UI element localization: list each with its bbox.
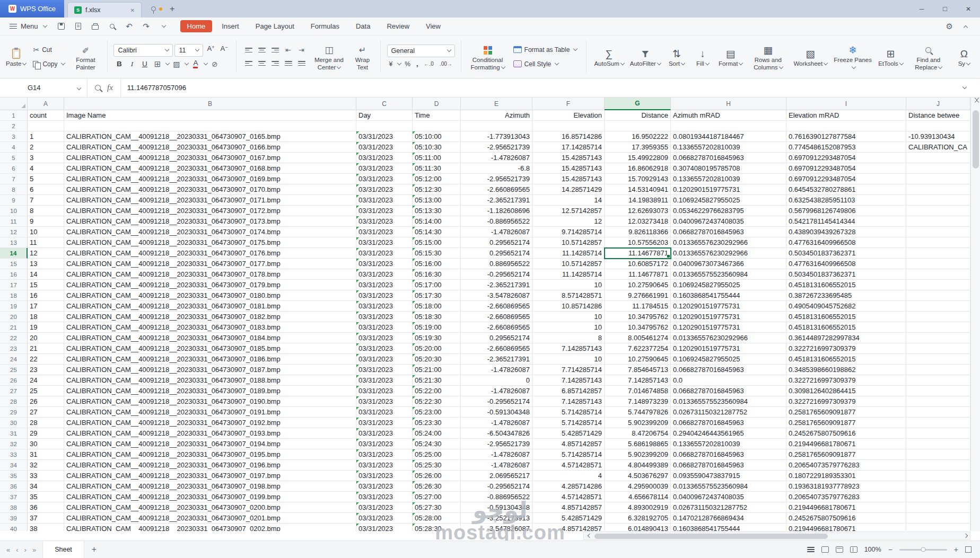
cell-F13[interactable]: 10.57142857 xyxy=(532,237,605,248)
cell-H10[interactable]: 0.05346229766283795 xyxy=(671,206,786,216)
cell-H7[interactable]: 0.1336557202810039 xyxy=(671,174,786,184)
cell-H25[interactable]: 0.06682787016845963 xyxy=(671,365,786,375)
cell-G11[interactable]: 12.03273418 xyxy=(605,216,671,227)
cell-F12[interactable]: 9.714285714 xyxy=(532,227,605,237)
cell-F15[interactable]: 10.57142857 xyxy=(532,259,605,269)
cell-C3[interactable]: 03/31/2023 xyxy=(356,131,413,142)
cell-A34[interactable]: 32 xyxy=(28,460,64,471)
cell-F3[interactable]: 16.85714286 xyxy=(532,131,605,142)
cell-J10[interactable] xyxy=(906,206,970,216)
cell-I17[interactable]: 0.4518131606552015 xyxy=(786,280,906,290)
cell-D9[interactable]: 05:13:00 xyxy=(413,195,461,206)
cell-E19[interactable]: -2.660869565 xyxy=(461,301,532,312)
cell-I9[interactable]: 0.6325438285951103 xyxy=(786,195,906,206)
cell-F11[interactable]: 12 xyxy=(532,216,605,227)
zoom-slider-thumb[interactable] xyxy=(921,547,925,552)
row-header-27[interactable]: 27 xyxy=(0,386,28,396)
row-header-4[interactable]: 4 xyxy=(0,142,28,153)
cell-C23[interactable]: 03/31/2023 xyxy=(356,343,413,354)
cell-G16[interactable]: 11.14677871 xyxy=(605,269,671,280)
add-sheet-button[interactable] xyxy=(84,545,104,554)
cell-C38[interactable]: 03/31/2023 xyxy=(356,502,413,513)
cell-B10[interactable]: CALIBRATION_CAM__40091218__20230331_0647… xyxy=(64,206,356,216)
row-header-26[interactable]: 26 xyxy=(0,375,28,386)
cell-C22[interactable]: 03/31/2023 xyxy=(356,333,413,343)
cell-J37[interactable] xyxy=(906,492,970,502)
cell-A13[interactable]: 11 xyxy=(28,237,64,248)
cell-B3[interactable]: CALIBRATION_CAM__40091218__20230331_0647… xyxy=(64,131,356,142)
page-break-view-button[interactable] xyxy=(850,546,858,553)
cell-D15[interactable]: 05:16:00 xyxy=(413,259,461,269)
cell-A9[interactable]: 7 xyxy=(28,195,64,206)
cell-C16[interactable]: 03/31/2023 xyxy=(356,269,413,280)
cell-B29[interactable]: CALIBRATION_CAM__40091218__20230331_0647… xyxy=(64,407,356,418)
format-painter-button[interactable]: Format Painter xyxy=(70,41,101,72)
row-header-6[interactable]: 6 xyxy=(0,163,28,174)
fullscreen-icon[interactable] xyxy=(965,546,972,553)
cell-J3[interactable]: -10.939130434 xyxy=(906,131,970,142)
cell-I35[interactable]: 0.1807229189353301 xyxy=(786,471,906,481)
autofilter-button[interactable]: AutoFilter xyxy=(628,45,662,69)
cell-D31[interactable]: 05:24:00 xyxy=(413,428,461,439)
cell-I38[interactable]: 0.2194496681780671 xyxy=(786,502,906,513)
cell-I14[interactable]: 0.5034501837362371 xyxy=(786,248,906,259)
cell-D10[interactable]: 05:13:30 xyxy=(413,206,461,216)
cell-F18[interactable]: 8.571428571 xyxy=(532,290,605,301)
cell-H38[interactable]: 0.026731150321287752 xyxy=(671,502,786,513)
cell-G28[interactable]: 7.148973239 xyxy=(605,396,671,407)
sheet-tab[interactable]: Sheet xyxy=(42,541,84,558)
cell-D33[interactable]: 05:25:00 xyxy=(413,449,461,460)
cell-I8[interactable]: 0.6454532780278861 xyxy=(786,184,906,195)
statusbar-menu-icon[interactable] xyxy=(807,547,815,552)
cell-B24[interactable]: CALIBRATION_CAM__40091218__20230331_0647… xyxy=(64,354,356,365)
cell-D16[interactable]: 05:16:30 xyxy=(413,269,461,280)
cell-F37[interactable]: 4.571428571 xyxy=(532,492,605,502)
cell-F17[interactable]: 10 xyxy=(532,280,605,290)
page-layout-view-button[interactable] xyxy=(836,546,843,553)
cell-I7[interactable]: 0.6970912293487054 xyxy=(786,174,906,184)
cell-B5[interactable]: CALIBRATION_CAM__40091218__20230331_0647… xyxy=(64,153,356,163)
cell-E1[interactable]: Azimuth xyxy=(461,110,532,121)
cell-I20[interactable]: 0.4518131606552015 xyxy=(786,312,906,322)
cell-J16[interactable] xyxy=(906,269,970,280)
row-header-38[interactable]: 38 xyxy=(0,502,28,513)
cell-I3[interactable]: 0.7616390127877584 xyxy=(786,131,906,142)
cell-J21[interactable] xyxy=(906,322,970,333)
cell-J33[interactable] xyxy=(906,449,970,460)
cell-J31[interactable] xyxy=(906,428,970,439)
cell-F4[interactable]: 17.14285714 xyxy=(532,142,605,153)
fill-color-button[interactable] xyxy=(171,58,182,70)
cell-J26[interactable] xyxy=(906,375,970,386)
collapse-formula-bar-icon[interactable] xyxy=(962,84,967,88)
normal-view-button[interactable] xyxy=(821,546,829,553)
cell-H2[interactable] xyxy=(671,121,786,131)
cell-G30[interactable]: 5.902399209 xyxy=(605,418,671,428)
row-header-13[interactable]: 13 xyxy=(0,237,28,248)
cell-C27[interactable]: 03/31/2023 xyxy=(356,386,413,396)
format-button[interactable]: ▤Format xyxy=(717,45,744,69)
cell-A10[interactable]: 8 xyxy=(28,206,64,216)
cell-H40[interactable]: 0.1603868541755444 xyxy=(671,524,786,531)
cell-D37[interactable]: 05:27:00 xyxy=(413,492,461,502)
cell-I30[interactable]: 0.2581765609091877 xyxy=(786,418,906,428)
row-header-24[interactable]: 24 xyxy=(0,354,28,365)
pin-icon[interactable] xyxy=(151,6,156,11)
cell-A27[interactable]: 25 xyxy=(28,386,64,396)
currency-button[interactable] xyxy=(387,59,395,69)
cell-J34[interactable] xyxy=(906,460,970,471)
collapse-ribbon-icon[interactable] xyxy=(964,25,968,29)
horizontal-scrollbar[interactable] xyxy=(583,532,970,540)
cell-C32[interactable]: 03/31/2023 xyxy=(356,439,413,449)
cell-E38[interactable]: -0.591304348 xyxy=(461,502,532,513)
cell-B19[interactable]: CALIBRATION_CAM__40091218__20230331_0647… xyxy=(64,301,356,312)
freeze-panes-button[interactable]: ❄Freeze Panes xyxy=(832,41,874,72)
clear-format-button[interactable] xyxy=(209,58,220,70)
cell-F22[interactable]: 8 xyxy=(532,333,605,343)
cell-H8[interactable]: 0.1202901519775731 xyxy=(671,184,786,195)
cell-G5[interactable]: 15.49922809 xyxy=(605,153,671,163)
cell-E30[interactable]: -1.47826087 xyxy=(461,418,532,428)
cell-I32[interactable]: 0.2194496681780671 xyxy=(786,439,906,449)
cell-G37[interactable]: 4.656678114 xyxy=(605,492,671,502)
cell-A1[interactable]: count xyxy=(28,110,64,121)
cell-D7[interactable]: 05:12:00 xyxy=(413,174,461,184)
